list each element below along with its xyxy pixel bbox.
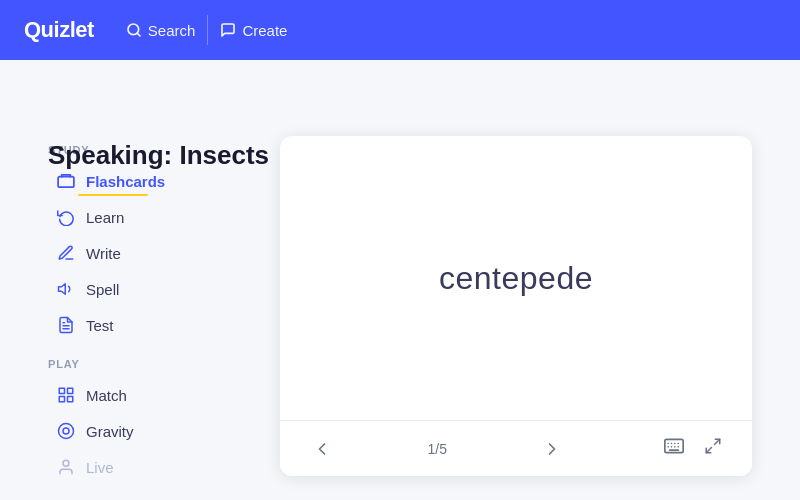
play-section-label: Play <box>48 358 248 370</box>
test-label: Test <box>86 317 114 334</box>
svg-point-10 <box>59 424 74 439</box>
sidebar-item-live: Live <box>48 450 248 484</box>
sidebar-item-write[interactable]: Write <box>48 236 248 270</box>
gravity-label: Gravity <box>86 423 134 440</box>
header-nav: Search Create <box>126 15 288 45</box>
search-button[interactable]: Search <box>126 22 196 39</box>
spell-label: Spell <box>86 281 119 298</box>
live-label: Live <box>86 459 114 476</box>
flashcard-word: centepede <box>439 260 593 297</box>
active-underline <box>78 194 148 196</box>
gravity-icon <box>56 421 76 441</box>
svg-rect-6 <box>59 388 64 393</box>
flashcard-wrapper[interactable]: centepede 1/5 <box>280 136 752 476</box>
fullscreen-button[interactable] <box>698 433 728 464</box>
flashcard-body[interactable]: centepede <box>280 136 752 421</box>
logo[interactable]: Quizlet <box>24 17 94 43</box>
create-icon <box>220 22 236 38</box>
prev-icon <box>312 439 332 459</box>
sidebar-item-match[interactable]: Match <box>48 378 248 412</box>
svg-line-1 <box>137 33 140 36</box>
sidebar-item-test[interactable]: Test <box>48 308 248 342</box>
match-label: Match <box>86 387 127 404</box>
flashcards-icon <box>56 171 76 191</box>
sidebar-item-learn[interactable]: Learn <box>48 200 248 234</box>
svg-rect-8 <box>68 397 73 402</box>
keyboard-icon <box>664 438 684 454</box>
search-label: Search <box>148 22 196 39</box>
card-counter: 1/5 <box>428 441 447 457</box>
header-divider <box>207 15 208 45</box>
svg-line-23 <box>714 439 719 444</box>
svg-rect-2 <box>58 177 74 188</box>
learn-label: Learn <box>86 209 124 226</box>
svg-rect-7 <box>68 388 73 393</box>
next-icon <box>542 439 562 459</box>
flashcard-controls: 1/5 <box>280 420 752 476</box>
search-icon <box>126 22 142 38</box>
svg-point-12 <box>63 460 69 466</box>
svg-rect-9 <box>59 397 64 402</box>
svg-point-11 <box>63 428 69 434</box>
create-label: Create <box>242 22 287 39</box>
live-icon <box>56 457 76 477</box>
sidebar-item-spell[interactable]: Spell <box>48 272 248 306</box>
sidebar-item-flashcards[interactable]: Flashcards <box>48 164 248 198</box>
svg-marker-3 <box>59 284 66 295</box>
write-icon <box>56 243 76 263</box>
flashcards-label: Flashcards <box>86 173 165 190</box>
keyboard-button[interactable] <box>658 434 690 463</box>
sidebar-item-gravity[interactable]: Gravity <box>48 414 248 448</box>
learn-icon <box>56 207 76 227</box>
next-button[interactable] <box>534 435 570 463</box>
svg-line-24 <box>706 448 711 453</box>
match-icon <box>56 385 76 405</box>
write-label: Write <box>86 245 121 262</box>
test-icon <box>56 315 76 335</box>
flashcard-area: centepede 1/5 <box>280 84 752 476</box>
spell-icon <box>56 279 76 299</box>
main-content: STUDY Flashcards Le <box>0 60 800 500</box>
controls-right <box>658 433 728 464</box>
fullscreen-icon <box>704 437 722 455</box>
app-header: Quizlet Search Create <box>0 0 800 60</box>
prev-button[interactable] <box>304 435 340 463</box>
create-button[interactable]: Create <box>220 22 287 39</box>
